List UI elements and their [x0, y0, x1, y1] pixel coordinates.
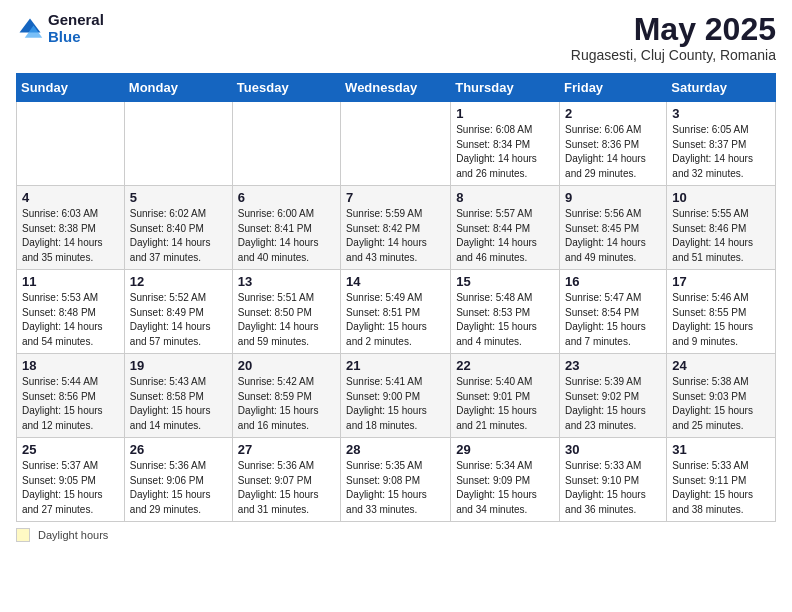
- day-number: 11: [22, 274, 119, 289]
- day-number: 26: [130, 442, 227, 457]
- col-header-wednesday: Wednesday: [341, 74, 451, 102]
- day-number: 2: [565, 106, 661, 121]
- day-cell: 1Sunrise: 6:08 AM Sunset: 8:34 PM Daylig…: [451, 102, 560, 186]
- day-cell: 15Sunrise: 5:48 AM Sunset: 8:53 PM Dayli…: [451, 270, 560, 354]
- day-number: 6: [238, 190, 335, 205]
- day-info: Sunrise: 5:39 AM Sunset: 9:02 PM Dayligh…: [565, 375, 661, 433]
- day-number: 8: [456, 190, 554, 205]
- day-info: Sunrise: 5:52 AM Sunset: 8:49 PM Dayligh…: [130, 291, 227, 349]
- day-number: 13: [238, 274, 335, 289]
- day-cell: 31Sunrise: 5:33 AM Sunset: 9:11 PM Dayli…: [667, 438, 776, 522]
- day-cell: 25Sunrise: 5:37 AM Sunset: 9:05 PM Dayli…: [17, 438, 125, 522]
- day-number: 12: [130, 274, 227, 289]
- day-cell: 28Sunrise: 5:35 AM Sunset: 9:08 PM Dayli…: [341, 438, 451, 522]
- day-cell: 24Sunrise: 5:38 AM Sunset: 9:03 PM Dayli…: [667, 354, 776, 438]
- day-number: 29: [456, 442, 554, 457]
- day-number: 20: [238, 358, 335, 373]
- day-cell: 7Sunrise: 5:59 AM Sunset: 8:42 PM Daylig…: [341, 186, 451, 270]
- header: General Blue May 2025 Rugasesti, Cluj Co…: [16, 12, 776, 63]
- day-info: Sunrise: 6:06 AM Sunset: 8:36 PM Dayligh…: [565, 123, 661, 181]
- day-cell: 14Sunrise: 5:49 AM Sunset: 8:51 PM Dayli…: [341, 270, 451, 354]
- day-number: 21: [346, 358, 445, 373]
- day-cell: 4Sunrise: 6:03 AM Sunset: 8:38 PM Daylig…: [17, 186, 125, 270]
- week-row-1: 1Sunrise: 6:08 AM Sunset: 8:34 PM Daylig…: [17, 102, 776, 186]
- day-info: Sunrise: 5:34 AM Sunset: 9:09 PM Dayligh…: [456, 459, 554, 517]
- day-number: 9: [565, 190, 661, 205]
- day-info: Sunrise: 5:55 AM Sunset: 8:46 PM Dayligh…: [672, 207, 770, 265]
- week-row-4: 18Sunrise: 5:44 AM Sunset: 8:56 PM Dayli…: [17, 354, 776, 438]
- day-info: Sunrise: 5:43 AM Sunset: 8:58 PM Dayligh…: [130, 375, 227, 433]
- day-number: 3: [672, 106, 770, 121]
- col-header-sunday: Sunday: [17, 74, 125, 102]
- daylight-label: Daylight hours: [38, 529, 108, 541]
- day-cell: 8Sunrise: 5:57 AM Sunset: 8:44 PM Daylig…: [451, 186, 560, 270]
- day-cell: 9Sunrise: 5:56 AM Sunset: 8:45 PM Daylig…: [560, 186, 667, 270]
- day-info: Sunrise: 6:08 AM Sunset: 8:34 PM Dayligh…: [456, 123, 554, 181]
- day-cell: [124, 102, 232, 186]
- week-row-5: 25Sunrise: 5:37 AM Sunset: 9:05 PM Dayli…: [17, 438, 776, 522]
- day-number: 24: [672, 358, 770, 373]
- day-cell: 2Sunrise: 6:06 AM Sunset: 8:36 PM Daylig…: [560, 102, 667, 186]
- day-info: Sunrise: 5:40 AM Sunset: 9:01 PM Dayligh…: [456, 375, 554, 433]
- logo-blue-text: Blue: [48, 29, 104, 46]
- day-cell: 11Sunrise: 5:53 AM Sunset: 8:48 PM Dayli…: [17, 270, 125, 354]
- day-cell: [17, 102, 125, 186]
- day-info: Sunrise: 5:35 AM Sunset: 9:08 PM Dayligh…: [346, 459, 445, 517]
- day-info: Sunrise: 6:03 AM Sunset: 8:38 PM Dayligh…: [22, 207, 119, 265]
- calendar-body: 1Sunrise: 6:08 AM Sunset: 8:34 PM Daylig…: [17, 102, 776, 522]
- day-number: 5: [130, 190, 227, 205]
- day-info: Sunrise: 5:53 AM Sunset: 8:48 PM Dayligh…: [22, 291, 119, 349]
- logo: General Blue: [16, 12, 104, 45]
- footer-note: Daylight hours: [16, 528, 776, 542]
- day-info: Sunrise: 5:33 AM Sunset: 9:10 PM Dayligh…: [565, 459, 661, 517]
- day-number: 22: [456, 358, 554, 373]
- day-info: Sunrise: 5:36 AM Sunset: 9:06 PM Dayligh…: [130, 459, 227, 517]
- day-cell: 23Sunrise: 5:39 AM Sunset: 9:02 PM Dayli…: [560, 354, 667, 438]
- day-cell: [232, 102, 340, 186]
- day-info: Sunrise: 5:37 AM Sunset: 9:05 PM Dayligh…: [22, 459, 119, 517]
- day-info: Sunrise: 5:33 AM Sunset: 9:11 PM Dayligh…: [672, 459, 770, 517]
- day-cell: 16Sunrise: 5:47 AM Sunset: 8:54 PM Dayli…: [560, 270, 667, 354]
- daylight-swatch: [16, 528, 30, 542]
- day-number: 1: [456, 106, 554, 121]
- day-number: 28: [346, 442, 445, 457]
- logo-general-text: General: [48, 12, 104, 29]
- day-number: 19: [130, 358, 227, 373]
- main-title: May 2025: [571, 12, 776, 47]
- logo-icon: [16, 15, 44, 43]
- day-number: 15: [456, 274, 554, 289]
- day-cell: 27Sunrise: 5:36 AM Sunset: 9:07 PM Dayli…: [232, 438, 340, 522]
- day-info: Sunrise: 5:59 AM Sunset: 8:42 PM Dayligh…: [346, 207, 445, 265]
- day-number: 10: [672, 190, 770, 205]
- col-header-saturday: Saturday: [667, 74, 776, 102]
- day-cell: 19Sunrise: 5:43 AM Sunset: 8:58 PM Dayli…: [124, 354, 232, 438]
- week-row-3: 11Sunrise: 5:53 AM Sunset: 8:48 PM Dayli…: [17, 270, 776, 354]
- calendar-header: SundayMondayTuesdayWednesdayThursdayFrid…: [17, 74, 776, 102]
- col-header-monday: Monday: [124, 74, 232, 102]
- day-cell: 3Sunrise: 6:05 AM Sunset: 8:37 PM Daylig…: [667, 102, 776, 186]
- day-cell: 30Sunrise: 5:33 AM Sunset: 9:10 PM Dayli…: [560, 438, 667, 522]
- day-info: Sunrise: 6:05 AM Sunset: 8:37 PM Dayligh…: [672, 123, 770, 181]
- day-info: Sunrise: 5:47 AM Sunset: 8:54 PM Dayligh…: [565, 291, 661, 349]
- day-info: Sunrise: 5:44 AM Sunset: 8:56 PM Dayligh…: [22, 375, 119, 433]
- day-number: 27: [238, 442, 335, 457]
- day-cell: 17Sunrise: 5:46 AM Sunset: 8:55 PM Dayli…: [667, 270, 776, 354]
- day-number: 23: [565, 358, 661, 373]
- day-info: Sunrise: 6:02 AM Sunset: 8:40 PM Dayligh…: [130, 207, 227, 265]
- day-cell: 29Sunrise: 5:34 AM Sunset: 9:09 PM Dayli…: [451, 438, 560, 522]
- header-row: SundayMondayTuesdayWednesdayThursdayFrid…: [17, 74, 776, 102]
- day-cell: 6Sunrise: 6:00 AM Sunset: 8:41 PM Daylig…: [232, 186, 340, 270]
- day-cell: 13Sunrise: 5:51 AM Sunset: 8:50 PM Dayli…: [232, 270, 340, 354]
- calendar-table: SundayMondayTuesdayWednesdayThursdayFrid…: [16, 73, 776, 522]
- day-number: 14: [346, 274, 445, 289]
- week-row-2: 4Sunrise: 6:03 AM Sunset: 8:38 PM Daylig…: [17, 186, 776, 270]
- day-info: Sunrise: 5:38 AM Sunset: 9:03 PM Dayligh…: [672, 375, 770, 433]
- day-info: Sunrise: 5:57 AM Sunset: 8:44 PM Dayligh…: [456, 207, 554, 265]
- day-number: 16: [565, 274, 661, 289]
- day-cell: 20Sunrise: 5:42 AM Sunset: 8:59 PM Dayli…: [232, 354, 340, 438]
- day-cell: 21Sunrise: 5:41 AM Sunset: 9:00 PM Dayli…: [341, 354, 451, 438]
- col-header-friday: Friday: [560, 74, 667, 102]
- day-cell: 5Sunrise: 6:02 AM Sunset: 8:40 PM Daylig…: [124, 186, 232, 270]
- subtitle: Rugasesti, Cluj County, Romania: [571, 47, 776, 63]
- col-header-tuesday: Tuesday: [232, 74, 340, 102]
